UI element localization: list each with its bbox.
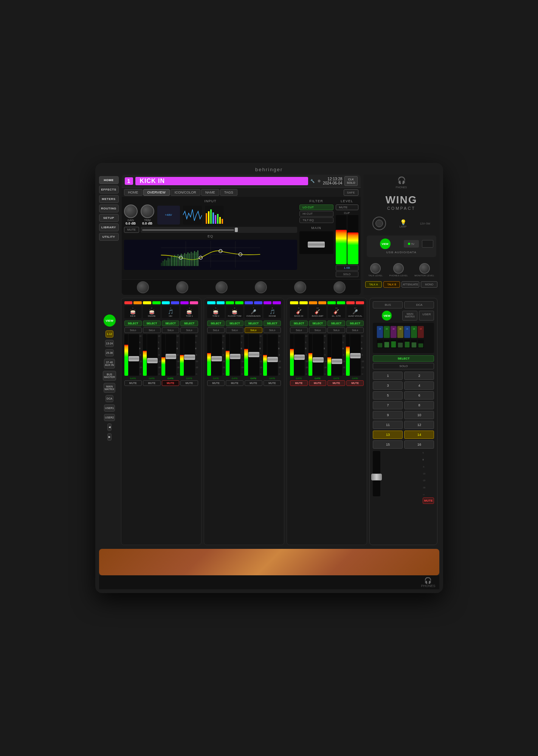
nav-utility[interactable]: UTILITY: [99, 233, 119, 241]
num-btn-4[interactable]: 4: [404, 381, 434, 390]
gain-knob[interactable]: [124, 204, 138, 218]
num-btn-11[interactable]: 11: [373, 421, 403, 429]
select-ch5[interactable]: SELECT: [207, 321, 225, 326]
fader-track-ch4[interactable]: [184, 334, 195, 376]
mute-ch10[interactable]: MUTE: [309, 380, 327, 386]
dca-button[interactable]: DCA: [404, 301, 434, 308]
hi-cut-button[interactable]: HI CUT: [299, 211, 333, 217]
phones-level-knob[interactable]: [393, 263, 404, 274]
select-ch2[interactable]: SELECT: [143, 321, 161, 326]
mute-ch12[interactable]: MUTE: [346, 380, 364, 386]
fader-handle-ch10[interactable]: [313, 357, 323, 363]
view-button-left[interactable]: VIEW: [104, 314, 116, 327]
next-btn[interactable]: ▶: [107, 433, 112, 441]
fader-handle-ch9[interactable]: [294, 355, 305, 360]
solo-ch12[interactable]: SoLo: [346, 327, 364, 333]
tab-name[interactable]: NAME: [201, 189, 219, 196]
solo-ch2[interactable]: SoLo: [143, 327, 161, 333]
clk-solo-button[interactable]: CLKSOLO: [344, 176, 357, 186]
settings-icon[interactable]: ⚙: [318, 179, 321, 183]
fader-handle-ch7[interactable]: [248, 352, 259, 357]
nav-meters[interactable]: METERS: [99, 195, 119, 203]
num-btn-6[interactable]: 6: [404, 391, 434, 400]
solo-ch5[interactable]: SoLo: [207, 327, 225, 333]
user2-btn[interactable]: USER2: [104, 414, 115, 421]
fader-handle-ch1[interactable]: [129, 356, 139, 361]
solo-ch6[interactable]: SoLo: [226, 327, 243, 333]
fader-track-ch8[interactable]: [267, 334, 278, 376]
dca-view-button[interactable]: VIEW: [382, 311, 392, 321]
monitor-level-knob[interactable]: [419, 263, 430, 274]
mute-ch1[interactable]: MUTE: [124, 380, 142, 386]
solo-ch7[interactable]: SoLo: [245, 327, 262, 333]
fader-track-ch9[interactable]: [294, 334, 305, 376]
tab-icon-color[interactable]: ICON/COLOR: [171, 189, 200, 196]
select-ch1[interactable]: SELECT: [124, 321, 142, 326]
dca-btn-side[interactable]: DCA: [105, 395, 113, 402]
talk-a-button[interactable]: TALK A: [365, 281, 382, 288]
nav-effects[interactable]: EFFECTS: [99, 186, 119, 194]
usb-view-button[interactable]: VIEW: [380, 239, 391, 249]
bank-13-24[interactable]: 13-24: [105, 340, 114, 347]
fader-track-ch5[interactable]: [211, 334, 222, 376]
mute-ch6[interactable]: MUTE: [226, 380, 243, 386]
fader-handle-ch2[interactable]: [147, 358, 158, 363]
select-ch9[interactable]: SELECT: [290, 321, 308, 326]
user-button-dca[interactable]: USER: [419, 311, 434, 321]
select-ch12[interactable]: SELECT: [346, 321, 364, 326]
encoder-1[interactable]: [137, 281, 149, 293]
fader-handle-ch12[interactable]: [350, 353, 361, 358]
user1-btn[interactable]: USER1: [104, 404, 115, 412]
nav-setup[interactable]: SETUP: [99, 214, 119, 222]
num-btn-10[interactable]: 10: [404, 411, 434, 419]
select-ch10[interactable]: SELECT: [309, 321, 327, 326]
bus-master-btn[interactable]: BUSMASTER: [103, 371, 116, 381]
tools-icon[interactable]: 🔧: [310, 179, 315, 183]
talk-b-button[interactable]: TALK B: [383, 281, 400, 288]
fader-handle-ch4[interactable]: [184, 355, 195, 360]
mute-button-level[interactable]: MUTE: [336, 204, 358, 210]
dca-fader-handle[interactable]: [371, 474, 382, 480]
encoder-4[interactable]: [255, 281, 267, 293]
fader-handle-ch11[interactable]: [332, 359, 342, 364]
safe-button[interactable]: SAFE: [344, 189, 358, 196]
solo-ch11[interactable]: SoLo: [327, 327, 345, 333]
mute-ch11[interactable]: MUTE: [327, 380, 345, 386]
num-btn-3[interactable]: 3: [373, 381, 403, 390]
fader-handle-ch5[interactable]: [211, 356, 222, 361]
solo-ch9[interactable]: SoLo: [290, 327, 308, 333]
encoder-5[interactable]: [294, 281, 306, 293]
main-matrix-button[interactable]: MAINMATRIX: [402, 311, 417, 321]
trim-knob[interactable]: [141, 204, 154, 218]
fader-handle-ch3[interactable]: [166, 354, 176, 359]
mute-ch3[interactable]: MUTE: [162, 380, 180, 386]
fader-track-ch6[interactable]: [230, 334, 240, 376]
num-btn-9[interactable]: 9: [373, 411, 403, 419]
fader-handle-ch8[interactable]: [267, 357, 278, 362]
talk-level-knob[interactable]: [370, 263, 381, 274]
select-ch6[interactable]: SELECT: [226, 321, 243, 326]
num-btn-5[interactable]: 5: [373, 391, 403, 400]
dca-mute-button[interactable]: MUTE: [423, 497, 434, 504]
fader-track-ch12[interactable]: [350, 334, 361, 376]
num-btn-12[interactable]: 12: [404, 421, 434, 429]
bank-1-12[interactable]: 1-12: [105, 330, 113, 338]
mute-ch2[interactable]: MUTE: [143, 380, 161, 386]
dca-fader-track[interactable]: [373, 451, 380, 496]
mono-button[interactable]: MONO: [421, 281, 437, 288]
tab-tags[interactable]: TAGS: [220, 189, 237, 196]
encoder-3[interactable]: [216, 281, 228, 293]
solo-ch3[interactable]: SoLo: [162, 327, 180, 333]
mute-button-input[interactable]: MUTE: [124, 227, 140, 233]
fader-track-ch10[interactable]: [313, 334, 323, 376]
mute-ch7[interactable]: MUTE: [245, 380, 262, 386]
encoder-6[interactable]: [333, 281, 346, 293]
solo-ch10[interactable]: SoLo: [309, 327, 327, 333]
num-btn-13[interactable]: 13: [373, 431, 403, 439]
bus-button[interactable]: BUS: [373, 301, 403, 308]
select-ch8[interactable]: SELECT: [264, 321, 281, 326]
num-btn-8[interactable]: 8: [404, 401, 434, 409]
num-btn-14[interactable]: 14: [404, 431, 434, 439]
nav-home[interactable]: HOME: [99, 176, 119, 184]
dca-select-button[interactable]: SELECT: [373, 355, 434, 362]
